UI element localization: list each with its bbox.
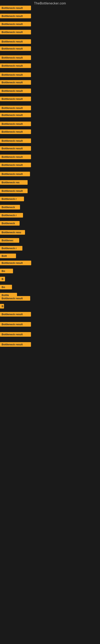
bottleneck-result-item[interactable]: Bottleneck [0, 205, 20, 210]
bottleneck-result-item[interactable]: Bottleneck result [0, 332, 31, 337]
bottleneck-result-item[interactable]: Bottleneck res [0, 180, 28, 185]
bottleneck-result-item[interactable]: Bottleneck result [0, 88, 31, 93]
bottleneck-result-item[interactable]: Bottleneck result [0, 106, 31, 110]
bottleneck-result-item[interactable]: B [0, 277, 5, 281]
bottleneck-result-item[interactable]: Bo [0, 285, 12, 290]
site-title: TheBottlenecker.com [0, 0, 100, 6]
bottleneck-result-item[interactable]: Bottleneck result [0, 64, 31, 68]
bottleneck-result-item[interactable]: Bottleneck result [0, 22, 31, 26]
bottleneck-result-item[interactable]: Bottleneck r [0, 213, 23, 218]
bottleneck-result-item[interactable]: Bottleneck result [0, 130, 31, 134]
bottleneck-result-item[interactable]: Bottleneck result [0, 113, 31, 117]
bottleneck-result-item[interactable]: B [0, 304, 4, 308]
bottleneck-result-item[interactable]: Bottleneck result [0, 146, 31, 151]
bottleneck-result-item[interactable]: Bottleneck resu [0, 230, 25, 235]
bottleneck-result-item[interactable]: Bo [0, 269, 13, 273]
bottleneck-result-item[interactable]: Bottleneck result [0, 162, 31, 167]
bottleneck-result-item[interactable]: Bottleneck result [0, 154, 31, 159]
bottleneck-result-item[interactable]: Bottleneck result [0, 260, 31, 265]
bottleneck-result-item[interactable]: Bottlenec [0, 238, 19, 243]
bottleneck-result-item[interactable]: Bottleneck result [0, 14, 31, 18]
bottleneck-result-item[interactable]: Bottleneck result [0, 122, 31, 126]
bottleneck-result-item[interactable]: Bottleneck result [0, 30, 31, 34]
bottleneck-result-item[interactable]: Bottleneck result [0, 342, 31, 347]
bottleneck-result-item[interactable]: Bottleneck r [0, 196, 24, 201]
bottleneck-result-item[interactable]: Bott [0, 254, 16, 258]
bottleneck-result-item[interactable]: Bottleneck result [0, 188, 28, 193]
bottleneck-result-item[interactable]: Bottleneck r [0, 246, 22, 250]
bottleneck-result-item[interactable]: Bottleneck result [0, 312, 31, 316]
bottleneck-result-item[interactable]: Bottleneck result [0, 39, 31, 44]
bottleneck-result-item[interactable]: Bottleneck result [0, 138, 31, 143]
bottleneck-result-item[interactable]: Bottleneck result [0, 80, 31, 85]
bottleneck-result-item[interactable]: Bottleneck result [0, 72, 31, 77]
bottleneck-result-item[interactable]: Bottleneck result [0, 6, 31, 10]
bottleneck-result-item[interactable]: Bottleneck [0, 221, 20, 226]
bottleneck-result-item[interactable]: Bottleneck result [0, 322, 31, 327]
bottleneck-result-item[interactable]: Bottleneck result [0, 296, 30, 301]
bottleneck-result-item[interactable]: Bottleneck result [0, 96, 31, 101]
bottleneck-result-item[interactable]: Bottleneck result [0, 55, 31, 60]
bottleneck-result-item[interactable]: Bottleneck result [0, 46, 31, 51]
bottleneck-result-item[interactable]: Bottleneck result [0, 172, 30, 176]
